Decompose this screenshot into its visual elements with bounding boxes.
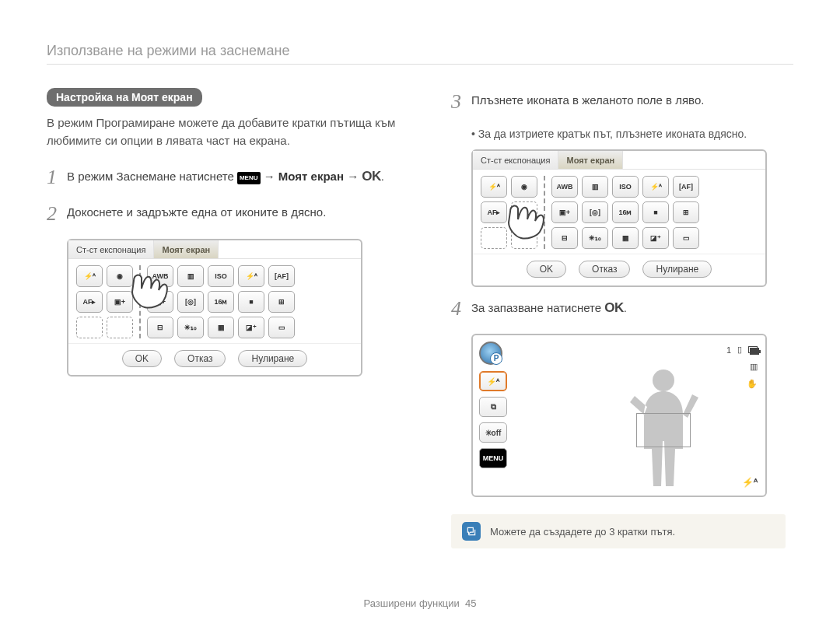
step-1-body: В режим Заснемане натиснете MENU → Моят … [67, 166, 404, 187]
grid-icon[interactable]: ▣+ [551, 201, 578, 223]
viewfinder-figure: ⚡ᴬ ⧉ ✳off MENU 1 ▯ ▥ ✋ [471, 334, 767, 497]
step-number: 1 [47, 166, 67, 189]
slot-empty[interactable] [107, 317, 133, 338]
grid-icon[interactable]: ⊟ [551, 227, 578, 249]
step-3-subnote: За да изтриете кратък път, плъзнете икон… [471, 128, 786, 140]
grid-icon[interactable]: ▥ [582, 176, 608, 198]
panel-cancel-button[interactable]: Отказ [174, 350, 226, 367]
grid-icon[interactable]: [◎] [582, 201, 608, 223]
panel-shortcut-slots: ⚡ᴬ ◉ AF▸ ▣+ [76, 265, 133, 338]
grid-icon[interactable]: ■ [238, 291, 264, 313]
grid-icon[interactable]: ▭ [268, 317, 295, 338]
panel-ok-button[interactable]: OK [527, 261, 566, 278]
panel-tab-exposure[interactable]: Ст-ст експонация [68, 240, 154, 258]
panel-divider [139, 265, 141, 338]
vf-shortcut-flash[interactable]: ⚡ᴬ [479, 371, 507, 391]
my-screen-panel-figure-2: Ст-ст експонация Моят екран ⚡ᴬ ◉ AF▸ AWB [471, 149, 767, 287]
slot-icon[interactable]: ◉ [107, 265, 133, 287]
grid-icon[interactable]: [◎] [177, 291, 204, 313]
section-heading-pill: Настройка на Моят екран [47, 88, 202, 107]
grid-icon[interactable]: ◪⁺ [238, 317, 264, 338]
slot-icon[interactable]: AF▸ [481, 201, 507, 223]
step-number: 3 [451, 91, 471, 114]
step-3: 3 Плъзнете иконата в желаното поле в ляв… [451, 91, 786, 114]
grid-icon[interactable]: ◪⁺ [642, 227, 669, 249]
breadcrumb: Използване на режими на заснемане [47, 43, 793, 65]
grid-icon[interactable]: AWB [147, 265, 173, 287]
slot-empty[interactable] [511, 227, 537, 249]
battery-icon [748, 346, 758, 353]
vf-indicator-icon: ▥ [750, 362, 758, 372]
step-number: 2 [47, 203, 67, 226]
panel-tab-my-screen[interactable]: Моят екран [154, 240, 219, 258]
panel-ok-button[interactable]: OK [122, 350, 162, 367]
step-1-bold: Моят екран [278, 170, 344, 183]
slot-icon[interactable]: AF▸ [76, 291, 103, 313]
mode-dial-icon [479, 342, 502, 365]
my-screen-panel-figure-1: Ст-ст експонация Моят екран ⚡ᴬ ◉ AF▸ ▣+ … [67, 239, 362, 377]
grid-icon[interactable]: ▥ [177, 265, 204, 287]
grid-icon[interactable]: ✳₁₀ [582, 227, 608, 249]
vf-shortcut-timer[interactable]: ✳off [479, 422, 507, 443]
step-number: 4 [451, 298, 471, 321]
grid-icon[interactable]: ISO [208, 265, 234, 287]
step-1-text-a: В режим Заснемане натиснете [67, 170, 237, 183]
slot-icon[interactable]: ◉ [511, 176, 537, 198]
step-4-text: За запазване натиснете [471, 301, 604, 314]
page-footer: Разширени функции 45 [0, 597, 840, 609]
note-info-icon [462, 522, 481, 541]
panel-shortcut-slots: ⚡ᴬ ◉ AF▸ [481, 176, 537, 249]
grid-icon[interactable]: 16ᴍ [612, 201, 639, 223]
grid-icon[interactable]: ISO [612, 176, 639, 198]
grid-icon[interactable]: [AF] [268, 265, 295, 287]
slot-icon[interactable]: ⚡ᴬ [76, 265, 103, 287]
panel-reset-button[interactable]: Нулиране [238, 350, 307, 367]
footer-section-label: Разширени функции [363, 597, 459, 609]
grid-icon[interactable]: ⚡ᴬ [238, 265, 264, 287]
grid-icon[interactable]: ⊞ [268, 291, 295, 313]
grid-icon[interactable]: 16ᴍ [208, 291, 234, 313]
panel-divider [544, 176, 545, 249]
grid-icon[interactable]: ▭ [673, 227, 699, 249]
svg-point-0 [653, 370, 674, 391]
vf-counter-row: 1 ▯ [726, 345, 758, 355]
step-2: 2 Докоснете и задръжте една от иконите в… [47, 203, 404, 226]
grid-icon[interactable]: ⚡ᴬ [642, 176, 669, 198]
step-1-period: . [381, 170, 384, 183]
grid-icon[interactable]: ⊟ [147, 317, 173, 338]
ok-icon: OK [604, 300, 624, 315]
slot-icon[interactable]: ▣+ [107, 291, 133, 313]
panel-icon-grid: AWB ▥ ISO ⚡ᴬ [AF] ▣+ [◎] 16ᴍ ■ ⊞ ⊟ ✳₁₀ ▦… [551, 176, 758, 249]
slot-icon[interactable]: ⚡ᴬ [481, 176, 507, 198]
slot-empty-drop[interactable] [511, 201, 537, 223]
grid-icon[interactable]: ■ [642, 201, 669, 223]
grid-icon[interactable]: ▦ [208, 317, 234, 338]
ok-icon: OK [362, 169, 381, 184]
grid-icon[interactable]: [AF] [673, 176, 699, 198]
note-text: Можете да създадете до 3 кратки пътя. [490, 526, 675, 538]
note-callout: Можете да създадете до 3 кратки пътя. [451, 514, 786, 548]
intro-paragraph: В режим Програмиране можете да добавите … [47, 114, 404, 149]
step-4-body: За запазване натиснете OK. [471, 298, 786, 318]
grid-icon[interactable]: ⊞ [673, 201, 699, 223]
panel-tab-my-screen[interactable]: Моят екран [558, 151, 623, 169]
grid-icon[interactable]: ▦ [612, 227, 639, 249]
slot-empty[interactable] [481, 227, 507, 249]
panel-reset-button[interactable]: Нулиране [642, 261, 712, 278]
grid-icon[interactable]: ▣+ [147, 291, 173, 313]
step-1-arrow-2: → [347, 170, 362, 183]
vf-menu-button[interactable]: MENU [479, 448, 507, 468]
grid-icon[interactable]: ✳₁₀ [177, 317, 204, 338]
panel-cancel-button[interactable]: Отказ [579, 261, 630, 278]
panel-tab-exposure[interactable]: Ст-ст експонация [473, 151, 558, 169]
footer-page-number: 45 [465, 597, 476, 609]
menu-icon: MENU [237, 172, 261, 184]
slot-empty[interactable] [76, 317, 103, 338]
step-4: 4 За запазване натиснете OK. [451, 298, 786, 321]
grid-icon[interactable]: AWB [551, 176, 578, 198]
vf-shortcut-ev[interactable]: ⧉ [479, 397, 507, 417]
step-1-arrow-1: → [264, 170, 278, 183]
panel-icon-grid: AWB ▥ ISO ⚡ᴬ [AF] ▣+ [◎] 16ᴍ ■ ⊞ ⊟ ✳₁₀ ▦… [147, 265, 353, 338]
step-4-period: . [624, 301, 627, 314]
step-1: 1 В режим Заснемане натиснете MENU → Моя… [47, 166, 404, 189]
